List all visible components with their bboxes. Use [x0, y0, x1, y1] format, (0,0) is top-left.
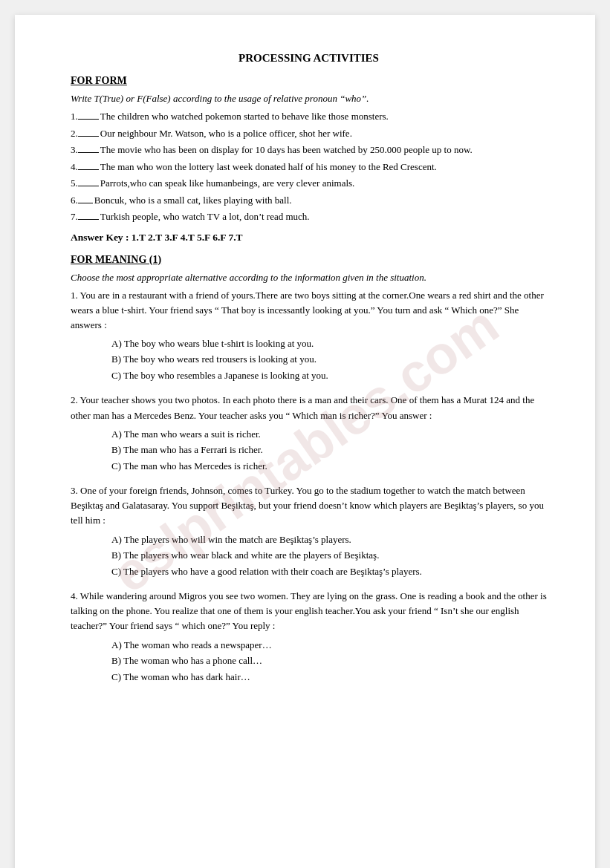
option-b: B) The players who wear black and white …: [111, 548, 547, 563]
list-item: 3.The movie who has been on display for …: [71, 143, 547, 157]
option-b: B) The man who has a Ferrari is richer.: [111, 443, 547, 457]
option-b: B) The woman who has a phone call…: [111, 653, 547, 668]
form-heading: FOR FORM: [71, 75, 547, 87]
option-a: A) The woman who reads a newspaper…: [111, 638, 547, 653]
list-item: 4.The man who won the lottery last week …: [71, 160, 547, 174]
answer-key: Answer Key : 1.T 2.T 3.F 4.T 5.F 6.F 7.T: [71, 232, 547, 244]
question-2-text: 2. Your teacher shows you two photos. In…: [71, 393, 547, 422]
list-item: 1.The children who watched pokemon start…: [71, 109, 547, 124]
form-list: 1.The children who watched pokemon start…: [71, 109, 547, 224]
question-3: 3. One of your foreign friends, Johnson,…: [71, 483, 547, 578]
form-instruction: Write T(True) or F(False) according to t…: [71, 93, 547, 105]
list-item: 5.Parrots,who can speak like humanbeings…: [71, 176, 547, 191]
question-3-options: A) The players who will win the match ar…: [71, 532, 547, 579]
option-a: A) The players who will win the match ar…: [111, 532, 547, 547]
option-a: A) The man who wears a suit is richer.: [111, 427, 547, 442]
option-c: C) The man who has Mercedes is richer.: [111, 459, 547, 474]
page: eslprintables.com PROCESSING ACTIVITIES …: [15, 15, 595, 868]
list-item: 2.Our neighbour Mr. Watson, who is a pol…: [71, 126, 547, 141]
question-2: 2. Your teacher shows you two photos. In…: [71, 393, 547, 473]
question-4-options: A) The woman who reads a newspaper… B) T…: [71, 638, 547, 685]
list-item: 7.Turkish people, who watch TV a lot, do…: [71, 209, 547, 224]
question-1-text: 1. You are in a restaurant with a friend…: [71, 288, 547, 333]
question-2-options: A) The man who wears a suit is richer. B…: [71, 427, 547, 474]
option-a: A) The boy who wears blue t-shirt is loo…: [111, 336, 547, 351]
option-b: B) The boy who wears red trousers is loo…: [111, 352, 547, 367]
option-c: C) The players who have a good relation …: [111, 564, 547, 579]
question-4: 4. While wandering around Migros you see…: [71, 589, 547, 684]
list-item: 6.Boncuk, who is a small cat, likes play…: [71, 193, 547, 208]
meaning-heading: FOR MEANING (1): [71, 254, 547, 266]
question-4-text: 4. While wandering around Migros you see…: [71, 589, 547, 633]
section-form: FOR FORM Write T(True) or F(False) accor…: [71, 75, 547, 244]
section-meaning: FOR MEANING (1) Choose the most appropri…: [71, 254, 547, 685]
meaning-instruction: Choose the most appropriate alternative …: [71, 272, 547, 284]
option-c: C) The boy who resembles a Japanese is l…: [111, 368, 547, 383]
page-title: PROCESSING ACTIVITIES: [71, 52, 547, 65]
question-3-text: 3. One of your foreign friends, Johnson,…: [71, 483, 547, 528]
option-c: C) The woman who has dark hair…: [111, 670, 547, 685]
question-1-options: A) The boy who wears blue t-shirt is loo…: [71, 336, 547, 383]
question-1: 1. You are in a restaurant with a friend…: [71, 288, 547, 383]
